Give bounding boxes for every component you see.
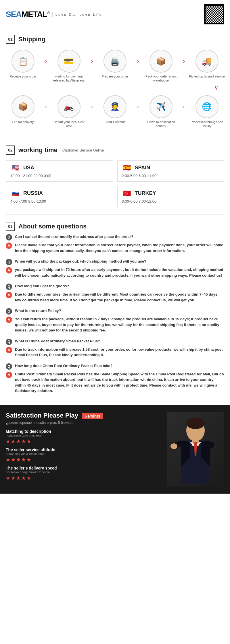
shipping-section-header: 01 Shipping: [0, 29, 230, 47]
pickup-icon: 🚚: [202, 57, 212, 66]
qa-question-2: Q When will you ship the package out, wh…: [6, 259, 224, 265]
working-section-header: 02 working time Customer Service Online: [0, 140, 230, 158]
q-badge-5: Q: [6, 339, 12, 345]
ship-label-9: Flown to destination country: [142, 120, 180, 128]
divider-1: [6, 138, 224, 138]
arrow-6: ‹: [91, 103, 93, 110]
ship-label-8: Clear Customs: [105, 120, 126, 124]
satisfaction-title: Satisfaction Please Play: [6, 412, 78, 419]
arrow-3: ›: [137, 58, 139, 64]
qa-question-6: Q How long does China Post Oridinary Pac…: [6, 363, 224, 370]
arrow-1: ›: [45, 58, 47, 64]
qa-item-2: Q When will you ship the package out, wh…: [6, 259, 224, 278]
section-num-03: 03: [6, 222, 15, 231]
ship-label-6: Out for delivery: [12, 120, 34, 124]
a-text-6: China Post Oridinary Small Packet Plus h…: [15, 371, 224, 394]
a-text-2: you package will ship out in 72 hours af…: [15, 267, 224, 278]
ship-item-7: 🏍️ Depart your local Post offic: [50, 95, 88, 128]
ship-circle-3: 🖨️: [103, 50, 126, 73]
working-subtitle: Customer Service Online: [62, 148, 104, 152]
flight-icon: ✈️: [156, 102, 166, 111]
qa-item-4: Q What is the return Policy? A You can r…: [6, 308, 224, 333]
customs-icon: 👮: [110, 102, 120, 111]
divider-2: [6, 214, 224, 215]
q-text-1: Can I cancel the order or modify the add…: [15, 234, 133, 240]
logo-reg: ®: [47, 11, 49, 15]
arrow-2: ›: [91, 58, 93, 64]
ship-item-5: 🚚 Picked up by mail service: [188, 50, 226, 78]
ship-item-9: ✈️ Flown to destination country: [142, 95, 180, 128]
turkey-flag-icon: 🇹🇷: [122, 190, 132, 197]
rating-item-1: Matching to description подщащие для опи…: [6, 429, 161, 445]
qa-answer-1: A Please make sure that your order infor…: [6, 242, 224, 253]
svg-point-3: [186, 418, 205, 429]
usa-flag-icon: 🇺🇸: [10, 164, 20, 171]
post-icon: 🏍️: [64, 102, 74, 111]
rating-subtitle-1: подщащие для описания: [6, 434, 161, 437]
receive-order-icon: 📋: [18, 57, 28, 66]
logo-metal: METAL: [22, 10, 47, 19]
section-num-01: 01: [6, 35, 15, 44]
working-title: working time: [18, 146, 57, 154]
russia-hours: 4:00 -7:00 8:00-13:00: [10, 199, 108, 203]
a-badge-4: A: [6, 317, 12, 323]
stars-3: ★★★★★: [6, 475, 161, 481]
usa-name-row: 🇺🇸 USA: [10, 164, 108, 171]
questions-section: Q Can I cancel the order or modify the a…: [0, 234, 230, 405]
shipping-row-1: 📋 Receive your order › 💳 waiting for pay…: [3, 47, 227, 86]
q-badge-2: Q: [6, 259, 12, 265]
ship-circle-9: ✈️: [150, 95, 172, 118]
spain-hours: 2:00-5:00 6:00-11:00: [122, 174, 220, 178]
a-badge-5: A: [6, 347, 12, 353]
ship-circle-1: 📋: [12, 50, 34, 73]
russia-name: RUSSIA: [23, 190, 43, 196]
svg-rect-11: [203, 442, 214, 448]
arrow-4: ›: [183, 58, 185, 64]
satisfaction-person-image: [167, 412, 224, 486]
satisfaction-title-row: Satisfaction Please Play 5 Points: [6, 412, 161, 419]
q-badge-6: Q: [6, 363, 12, 370]
qa-question-4: Q What is the return Policy?: [6, 308, 224, 315]
rating-title-2: The seller service attitude: [6, 447, 161, 452]
country-card-usa: 🇺🇸 USA 18:00 - 21:00 22:00-3:00: [6, 160, 113, 182]
shipping-title: Shipping: [18, 36, 45, 43]
ship-item-6: 📦 Out for delivery: [4, 95, 42, 124]
qr-code: [204, 4, 224, 24]
ship-circle-8: 👮: [103, 95, 126, 118]
q-text-4: What is the return Policy?: [15, 308, 61, 314]
ship-item-3: 🖨️ Prepare your order: [96, 50, 134, 78]
ship-item-2: 💳 waiting for payment released by Aliexp…: [50, 50, 88, 83]
qa-item-3: Q How long can I get the goods? A Due to…: [6, 283, 224, 303]
turkey-name-row: 🇹🇷 TURKEY: [122, 190, 220, 197]
qr-image: [206, 6, 223, 23]
ship-label-5: Picked up by mail service: [189, 74, 225, 78]
rating-title-1: Matching to description: [6, 429, 161, 434]
stars-2: ★★★★★: [6, 457, 161, 463]
spain-name-row: 🇪🇸 SPAIN: [122, 164, 220, 171]
ship-label-10: Processed through sort facility: [188, 120, 226, 128]
ship-item-10: 🌐 Processed through sort facility: [188, 95, 226, 128]
rating-item-2: The seller service attitude продавец усл…: [6, 447, 161, 463]
q-text-5: What is China Post ordinary Small Packet…: [15, 338, 100, 344]
a-text-5: Due to track information will increase 1…: [15, 347, 224, 358]
prepare-icon: 🖨️: [110, 57, 120, 66]
logo-sea: SEA: [6, 10, 22, 19]
rating-title-3: The seller's delivery speed: [6, 466, 161, 470]
satisfaction-points: 5 Points: [82, 413, 103, 419]
russia-name-row: 🇷🇺 RUSSIA: [10, 190, 108, 197]
questions-section-header: 03 About some questions: [0, 216, 230, 234]
country-card-russia: 🇷🇺 RUSSIA 4:00 -7:00 8:00-13:00: [6, 186, 113, 207]
a-text-4: You can return the package, without reas…: [15, 316, 224, 333]
arrow-down: ∨: [3, 84, 227, 91]
q-text-2: When will you ship the package out, whic…: [15, 259, 146, 264]
qa-answer-2: A you package will ship out in 72 hours …: [6, 267, 224, 278]
ship-circle-7: 🏍️: [57, 95, 80, 118]
usa-name: USA: [23, 165, 34, 171]
rating-item-3: The seller's delivery speed поставка про…: [6, 466, 161, 481]
country-card-spain: 🇪🇸 SPAIN 2:00-5:00 6:00-11:00: [117, 160, 225, 182]
ship-label-3: Prepare your order: [102, 74, 128, 78]
country-card-turkey: 🇹🇷 TURKEY 3:00-6:00 7:00-12:00: [117, 186, 225, 207]
qa-question-5: Q What is China Post ordinary Small Pack…: [6, 338, 224, 345]
a-text-3: Due to different countries, the arrival …: [15, 292, 224, 303]
a-badge-1: A: [6, 243, 12, 249]
